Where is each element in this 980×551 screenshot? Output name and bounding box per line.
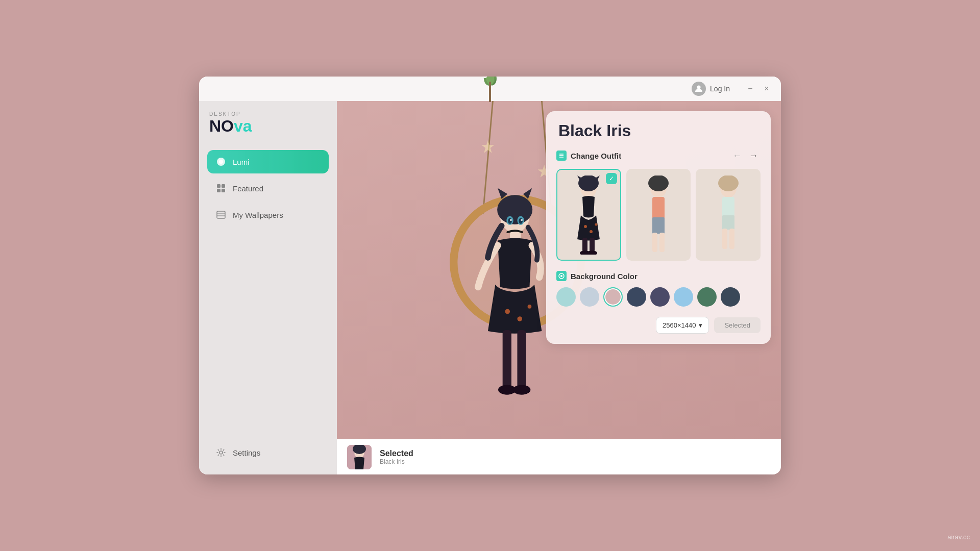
sidebar-item-my-wallpapers-label: My Wallpapers — [233, 211, 283, 219]
svg-rect-12 — [222, 184, 225, 188]
svg-point-60 — [718, 176, 739, 191]
svg-rect-15 — [217, 211, 225, 218]
svg-rect-56 — [652, 217, 665, 234]
svg-rect-62 — [722, 215, 734, 230]
close-button[interactable]: × — [761, 83, 773, 95]
sidebar-item-featured[interactable]: Featured — [207, 177, 329, 200]
login-label: Log In — [710, 85, 730, 93]
svg-point-40 — [510, 219, 512, 221]
logo-va: va — [234, 117, 252, 136]
background-color-icon — [556, 271, 567, 281]
plant-decoration — [470, 77, 510, 104]
logo: DESKTOP NO va — [207, 111, 329, 136]
selected-button[interactable]: Selected — [714, 317, 761, 333]
wallpaper-preview: Black Iris Change Outfit ← → — [337, 101, 781, 439]
svg-point-36 — [506, 216, 513, 224]
svg-rect-61 — [722, 197, 734, 217]
my-wallpapers-icon — [215, 209, 227, 220]
svg-point-34 — [517, 316, 522, 321]
color-dot-3[interactable] — [603, 287, 623, 307]
svg-point-25 — [497, 195, 532, 224]
background-color-title: Background Color — [556, 271, 761, 281]
selected-thumb-figure — [347, 445, 372, 469]
svg-point-51 — [590, 230, 593, 233]
sidebar-item-settings[interactable]: Settings — [207, 441, 329, 464]
color-dot-7[interactable] — [697, 287, 717, 307]
change-outfit-icon — [556, 151, 567, 161]
outfit-grid: ✓ — [556, 169, 761, 261]
svg-rect-29 — [503, 330, 511, 389]
resolution-dropdown-icon: ▾ — [699, 321, 702, 329]
svg-point-49 — [587, 251, 597, 255]
svg-rect-28 — [510, 231, 521, 240]
outfit-2-figure — [638, 176, 679, 255]
outfit-card-3[interactable] — [696, 169, 761, 261]
selected-label: Selected — [380, 449, 413, 458]
sidebar: DESKTOP NO va Lum — [199, 101, 337, 474]
color-dot-4[interactable] — [627, 287, 646, 307]
outfit-3-figure — [708, 176, 749, 255]
logo-no: NO — [209, 117, 234, 136]
svg-rect-64 — [729, 229, 734, 249]
resolution-value: 2560×1440 — [663, 321, 696, 329]
title-bar-actions: Log In − × — [688, 80, 773, 98]
svg-marker-22 — [481, 140, 494, 153]
selected-sub-label: Black Iris — [380, 458, 413, 465]
svg-point-38 — [508, 218, 512, 224]
svg-point-33 — [505, 309, 510, 314]
svg-rect-11 — [217, 184, 220, 188]
window-controls: − × — [744, 83, 773, 95]
svg-marker-26 — [498, 188, 507, 199]
sidebar-item-lumi[interactable]: Lumi — [207, 150, 329, 173]
svg-rect-46 — [582, 238, 587, 252]
sidebar-item-settings-label: Settings — [233, 448, 260, 457]
color-dot-2[interactable] — [580, 287, 599, 307]
bottom-bar: Selected Black Iris — [337, 439, 781, 474]
svg-rect-63 — [722, 229, 727, 249]
color-dot-6[interactable] — [674, 287, 693, 307]
svg-point-10 — [219, 160, 223, 164]
background-color-label: Background Color — [571, 272, 638, 281]
outfit-card-1[interactable]: ✓ — [556, 169, 621, 261]
lumi-icon — [215, 156, 227, 167]
svg-point-37 — [517, 216, 524, 224]
user-avatar-icon — [692, 82, 706, 96]
svg-point-35 — [528, 305, 532, 309]
sidebar-item-my-wallpapers[interactable]: My Wallpapers — [207, 203, 329, 227]
info-panel: Black Iris Change Outfit ← → — [546, 111, 771, 344]
svg-rect-14 — [222, 189, 225, 192]
bg-colors-container — [556, 287, 761, 307]
svg-point-50 — [584, 225, 587, 228]
outfit-1-figure — [568, 176, 609, 255]
minimize-button[interactable]: − — [744, 83, 756, 95]
login-button[interactable]: Log In — [688, 80, 734, 98]
sidebar-item-featured-label: Featured — [233, 184, 263, 193]
outfit-next-button[interactable]: → — [746, 148, 761, 163]
sidebar-item-lumi-label: Lumi — [233, 158, 250, 166]
svg-point-66 — [560, 275, 562, 277]
selected-info: Selected Black Iris — [380, 449, 413, 465]
svg-line-19 — [483, 101, 493, 214]
outfit-card-2[interactable] — [626, 169, 691, 261]
color-dot-5[interactable] — [650, 287, 670, 307]
svg-rect-3 — [489, 82, 491, 102]
outfit-selected-badge: ✓ — [606, 173, 617, 184]
color-dot-8[interactable] — [721, 287, 740, 307]
svg-point-8 — [697, 86, 701, 89]
background-color-section: Background Color — [556, 271, 761, 307]
svg-rect-55 — [652, 197, 665, 220]
color-dot-1[interactable] — [556, 287, 576, 307]
watermark: airav.cc — [947, 533, 970, 541]
outfit-prev-button[interactable]: ← — [730, 148, 744, 163]
svg-point-54 — [648, 176, 669, 191]
change-outfit-label: Change Outfit — [571, 152, 621, 160]
svg-point-31 — [498, 385, 516, 394]
svg-rect-30 — [517, 330, 526, 389]
resolution-select[interactable]: 2560×1440 ▾ — [656, 317, 709, 334]
app-body: DESKTOP NO va Lum — [199, 101, 781, 474]
svg-rect-58 — [659, 233, 665, 252]
app-window: Log In − × DESKTOP NO va — [199, 77, 781, 474]
change-outfit-title: Change Outfit — [556, 151, 621, 161]
outfit-nav-arrows: ← → — [730, 148, 761, 163]
svg-rect-13 — [217, 189, 220, 192]
